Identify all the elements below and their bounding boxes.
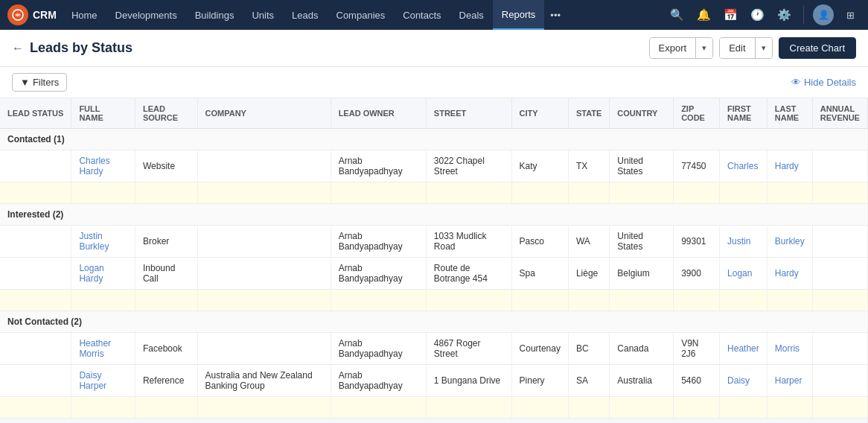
cell-full-name[interactable]: Heather Morris [71, 333, 135, 365]
cell-state: WA [568, 226, 609, 258]
cell-company [197, 258, 331, 290]
nav-reports[interactable]: Reports [493, 0, 545, 30]
cell-first-name[interactable]: Logan [720, 258, 768, 290]
table-container: LEAD STATUS FULLNAME LEADSOURCE COMPANY … [0, 98, 868, 423]
nav-units[interactable]: Units [243, 0, 283, 30]
col-street: STREET [426, 98, 511, 129]
col-lead-status: LEAD STATUS [0, 98, 71, 129]
cell-lead-owner: Arnab Bandyapadhyay [331, 333, 426, 365]
table-row: Charles HardyWebsiteArnab Bandyapadhyay3… [0, 150, 868, 182]
table-row: Logan HardyInbound CallArnab Bandyapadhy… [0, 258, 868, 290]
edit-button[interactable]: Edit [720, 38, 754, 58]
col-zip-code: ZIPCODE [674, 98, 720, 129]
spacer-row [0, 397, 868, 419]
cell-lead-status [0, 226, 71, 258]
table-header-row: LEAD STATUS FULLNAME LEADSOURCE COMPANY … [0, 98, 868, 129]
cell-lead-owner: Arnab Bandyapadhyay [331, 150, 426, 182]
cell-street: 3022 Chapel Street [426, 150, 511, 182]
col-annual-revenue: ANNUALREVENUE [812, 98, 867, 129]
grid-icon[interactable]: ⊞ [840, 4, 861, 25]
export-button[interactable]: Export [650, 38, 696, 58]
cell-state: TX [568, 150, 609, 182]
cell-company [197, 333, 331, 365]
clock-icon[interactable]: 🕐 [747, 4, 768, 25]
nav-leads[interactable]: Leads [283, 0, 327, 30]
nav-contacts[interactable]: Contacts [394, 0, 450, 30]
cell-first-name[interactable]: Charles [720, 150, 768, 182]
cell-street: Route de Botrange 454 [426, 258, 511, 290]
cell-annual-revenue [812, 365, 867, 397]
cell-zip-code: V9N 2J6 [674, 333, 720, 365]
cell-lead-owner: Arnab Bandyapadhyay [331, 226, 426, 258]
group-label: Not Contacted (2) [0, 311, 868, 333]
nav-items: Home Developments Buildings Units Leads … [63, 0, 666, 30]
calendar-icon[interactable]: 📅 [720, 4, 741, 25]
cell-first-name[interactable]: Daisy [720, 365, 768, 397]
search-icon[interactable]: 🔍 [666, 4, 687, 25]
avatar[interactable]: 👤 [813, 4, 834, 25]
cell-annual-revenue [812, 258, 867, 290]
col-first-name: FIRSTNAME [720, 98, 768, 129]
cell-company: Australia and New Zealand Banking Group [197, 365, 331, 397]
cell-last-name[interactable]: Hardy [767, 150, 812, 182]
nav-more[interactable]: ••• [544, 10, 567, 21]
back-button[interactable]: ← [12, 42, 24, 55]
cell-last-name[interactable]: Harper [767, 365, 812, 397]
nav-companies[interactable]: Companies [328, 0, 395, 30]
cell-lead-status [0, 365, 71, 397]
hide-details-button[interactable]: 👁 Hide Details [791, 77, 856, 88]
cell-first-name[interactable]: Justin [720, 226, 768, 258]
cell-state: Liège [568, 258, 609, 290]
cell-last-name[interactable]: Burkley [767, 226, 812, 258]
cell-annual-revenue [812, 226, 867, 258]
logo[interactable]: CRM [7, 4, 57, 25]
table-row: Justin BurkleyBrokerArnab Bandyapadhyay1… [0, 226, 868, 258]
cell-last-name[interactable]: Hardy [767, 258, 812, 290]
total-records-row: TOTAL RECORDS IN THIS PAGE : 5 RECORDS [0, 419, 868, 424]
col-lead-source: LEADSOURCE [135, 98, 197, 129]
filters-label: Filters [33, 77, 59, 88]
table-row: Daisy HarperReferenceAustralia and New Z… [0, 365, 868, 397]
cell-lead-source: Facebook [135, 333, 197, 365]
page-header: ← Leads by Status Export ▾ Edit ▾ Create… [0, 30, 868, 67]
create-chart-button[interactable]: Create Chart [779, 37, 856, 59]
col-full-name: FULLNAME [71, 98, 135, 129]
filters-button[interactable]: ▼ Filters [12, 73, 67, 92]
group-label: Interested (2) [0, 204, 868, 226]
edit-dropdown[interactable]: ▾ [755, 38, 772, 58]
cell-full-name[interactable]: Justin Burkley [71, 226, 135, 258]
cell-last-name[interactable]: Morris [767, 333, 812, 365]
filter-icon: ▼ [20, 77, 30, 88]
cell-first-name[interactable]: Heather [720, 333, 768, 365]
cell-full-name[interactable]: Charles Hardy [71, 150, 135, 182]
cell-country: United States [610, 150, 674, 182]
nav-right-actions: 🔍 🔔 📅 🕐 ⚙️ 👤 ⊞ [666, 4, 861, 25]
col-city: CITY [511, 98, 568, 129]
export-dropdown[interactable]: ▾ [695, 38, 712, 58]
edit-button-group: Edit ▾ [719, 37, 772, 59]
page-title: Leads by Status [30, 40, 133, 56]
nav-home[interactable]: Home [63, 0, 106, 30]
cell-country: Canada [610, 333, 674, 365]
cell-zip-code: 99301 [674, 226, 720, 258]
cell-lead-owner: Arnab Bandyapadhyay [331, 258, 426, 290]
cell-lead-status [0, 258, 71, 290]
cell-street: 1 Bungana Drive [426, 365, 511, 397]
nav-developments[interactable]: Developments [106, 0, 186, 30]
col-last-name: LASTNAME [767, 98, 812, 129]
logo-text: CRM [33, 9, 57, 21]
total-records-label: TOTAL RECORDS IN THIS PAGE : 5 RECORDS [0, 419, 868, 424]
cell-annual-revenue [812, 150, 867, 182]
cell-company [197, 226, 331, 258]
cell-full-name[interactable]: Daisy Harper [71, 365, 135, 397]
nav-buildings[interactable]: Buildings [186, 0, 243, 30]
nav-deals[interactable]: Deals [450, 0, 493, 30]
cell-city: Pasco [511, 226, 568, 258]
cell-full-name[interactable]: Logan Hardy [71, 258, 135, 290]
table-row: Heather MorrisFacebookArnab Bandyapadhya… [0, 333, 868, 365]
group-label: Contacted (1) [0, 129, 868, 150]
cell-lead-source: Inbound Call [135, 258, 197, 290]
settings-icon[interactable]: ⚙️ [773, 4, 794, 25]
bell-icon[interactable]: 🔔 [693, 4, 714, 25]
cell-street: 1033 Mudlick Road [426, 226, 511, 258]
